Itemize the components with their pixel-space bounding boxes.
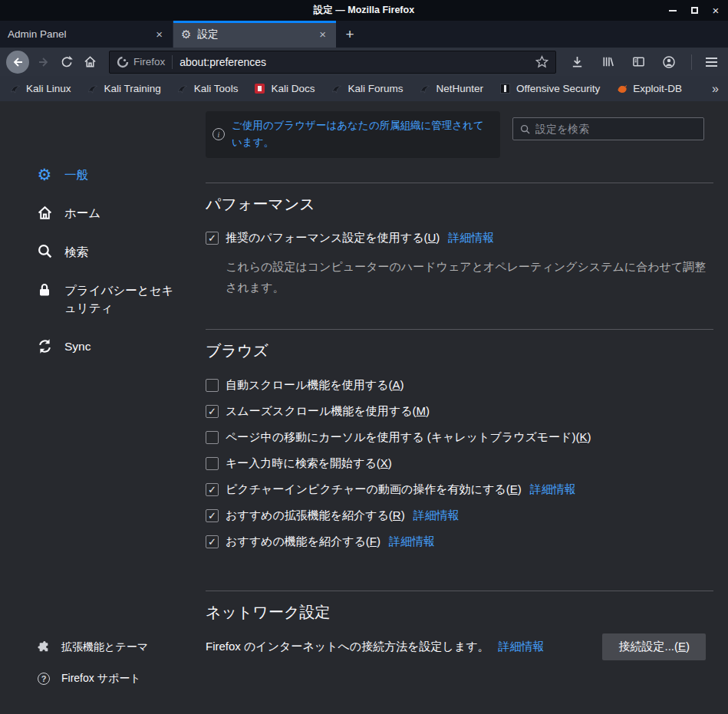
sidebar-footer: 拡張機能とテーマ ? Firefox サポート — [0, 634, 196, 697]
info-icon: i — [212, 128, 225, 140]
picture-in-picture-learn-more-link[interactable]: 詳細情報 — [530, 482, 576, 497]
performance-learn-more-link[interactable]: 詳細情報 — [448, 231, 494, 245]
browsing-heading: ブラウズ — [206, 340, 713, 361]
section-separator — [206, 591, 713, 591]
library-button[interactable] — [596, 51, 619, 74]
forward-button[interactable] — [32, 51, 55, 74]
caret-browsing-checkbox[interactable] — [206, 431, 219, 444]
sidebar-toggle-button[interactable] — [627, 51, 650, 74]
sidebar-item-search[interactable]: 検索 — [0, 238, 196, 267]
sidebar-item-extensions-themes[interactable]: 拡張機能とテーマ — [0, 634, 196, 660]
sidebar-item-general[interactable]: ⚙ 一般 — [0, 160, 196, 189]
bookmark-offensive-security[interactable]: Offensive Security — [499, 83, 600, 94]
caret-browsing-row: ページ中の移動にカーソルを使用する (キャレットブラウズモード)(K) — [206, 424, 713, 450]
bookmark-exploit-db[interactable]: Exploit-DB — [616, 83, 682, 94]
bookmark-kali-tools[interactable]: Kali Tools — [177, 83, 239, 94]
preferences-page: ⚙ 一般 ホーム 検索 プライバシーとセキュリティ Sync — [0, 101, 728, 714]
reload-icon — [61, 55, 74, 68]
tab-label: 設定 — [197, 28, 218, 41]
lock-icon — [36, 281, 53, 298]
site-identity[interactable]: Firefox — [117, 56, 165, 68]
downloads-button[interactable] — [565, 51, 588, 74]
autoscroll-label[interactable]: 自動スクロール機能を使用する(A) — [226, 378, 404, 393]
top-row: i ご使用のブラウザーはあなたの所属組織に管理されています。 — [206, 111, 713, 158]
kali-dragon-icon — [331, 83, 342, 94]
bookmark-kali-linux[interactable]: Kali Linux — [9, 83, 71, 94]
kali-dragon-icon — [177, 83, 189, 94]
close-tab-icon[interactable]: × — [317, 28, 328, 41]
sidebar-item-sync[interactable]: Sync — [0, 332, 196, 361]
maximize-icon[interactable] — [690, 6, 699, 15]
bookmarks-overflow-chevron-icon[interactable]: » — [712, 82, 719, 96]
managed-browser-text: ご使用のブラウザーはあなたの所属組織に管理されています。 — [232, 117, 491, 152]
picture-in-picture-label[interactable]: ピクチャーインピクチャーの動画の操作を有効にする(E) — [226, 482, 522, 497]
preferences-sidebar: ⚙ 一般 ホーム 検索 プライバシーとセキュリティ Sync — [0, 101, 196, 714]
autoscroll-row: 自動スクロール機能を使用する(A) — [206, 372, 713, 398]
home-button[interactable] — [78, 51, 101, 74]
section-separator — [206, 183, 713, 183]
recommend-extensions-label[interactable]: おすすめの拡張機能を紹介する(R) — [226, 508, 405, 523]
forward-arrow-icon — [38, 56, 50, 68]
toolbar-right — [565, 51, 722, 74]
tab-admin-panel[interactable]: Admin Panel × — [0, 21, 173, 48]
kali-dragon-icon — [419, 83, 430, 94]
tab-label: Admin Panel — [8, 28, 67, 40]
network-settings-row: Firefox のインターネットへの接続方法を設定します。 詳細情報 接続設定.… — [206, 633, 713, 660]
bookmark-kali-training[interactable]: Kali Training — [87, 83, 161, 94]
recommend-extensions-checkbox[interactable]: ✓ — [206, 509, 219, 522]
recommend-features-checkbox[interactable]: ✓ — [206, 535, 219, 548]
connection-settings-button[interactable]: 接続設定...(E) — [602, 633, 706, 660]
firefox-logo-icon — [117, 56, 129, 68]
bookmark-star-icon[interactable] — [535, 55, 548, 68]
close-window-icon[interactable]: × — [711, 6, 720, 15]
window-titlebar: 設定 — Mozilla Firefox × — [0, 0, 728, 21]
close-tab-icon[interactable]: × — [153, 28, 165, 41]
bookmark-kali-docs[interactable]: Kali Docs — [254, 83, 315, 94]
reload-button[interactable] — [55, 51, 78, 74]
window-title: 設定 — Mozilla Firefox — [314, 4, 414, 17]
minimize-icon[interactable] — [668, 6, 677, 15]
url-text[interactable]: about:preferences — [180, 56, 266, 68]
menu-button[interactable] — [703, 54, 720, 70]
sidebar-item-firefox-support[interactable]: ? Firefox サポート — [0, 666, 196, 692]
kali-dragon-icon — [9, 83, 21, 94]
search-icon — [36, 243, 53, 260]
home-icon — [84, 55, 97, 68]
smooth-scroll-row: ✓ スムーズスクロール機能を使用する(M) — [206, 398, 713, 424]
sync-icon — [36, 337, 53, 354]
settings-search-box[interactable] — [512, 117, 704, 140]
sidebar-item-privacy-security[interactable]: プライバシーとセキュリティ — [0, 276, 196, 323]
caret-browsing-label[interactable]: ページ中の移動にカーソルを使用する (キャレットブラウズモード)(K) — [226, 430, 591, 445]
exploit-db-icon — [616, 83, 628, 94]
puzzle-icon — [38, 641, 50, 653]
search-on-type-checkbox[interactable] — [206, 457, 219, 470]
gear-icon: ⚙ — [36, 166, 53, 183]
recommended-performance-checkbox[interactable]: ✓ — [206, 232, 219, 245]
new-tab-button[interactable]: + — [336, 21, 364, 48]
network-learn-more-link[interactable]: 詳細情報 — [499, 640, 545, 654]
back-button[interactable] — [6, 51, 29, 74]
tab-bar: Admin Panel × ⚙ 設定 × + — [0, 21, 728, 48]
site-identity-label: Firefox — [133, 56, 165, 67]
smooth-scroll-label[interactable]: スムーズスクロール機能を使用する(M) — [226, 404, 430, 419]
recommend-features-learn-more-link[interactable]: 詳細情報 — [389, 535, 435, 549]
search-on-type-label[interactable]: キー入力時に検索を開始する(X) — [226, 456, 392, 471]
picture-in-picture-checkbox[interactable]: ✓ — [206, 483, 219, 496]
smooth-scroll-checkbox[interactable]: ✓ — [206, 405, 219, 418]
sidebar-item-home[interactable]: ホーム — [0, 199, 196, 228]
recommend-features-label[interactable]: おすすめの機能を紹介する(F) — [226, 535, 380, 549]
tab-settings[interactable]: ⚙ 設定 × — [173, 21, 336, 48]
bookmark-kali-forums[interactable]: Kali Forums — [331, 83, 403, 94]
settings-search-input[interactable] — [535, 123, 697, 135]
recommend-features-row: ✓ おすすめの機能を紹介する(F) 詳細情報 — [206, 528, 713, 554]
recommend-extensions-learn-more-link[interactable]: 詳細情報 — [413, 508, 460, 523]
navigation-toolbar: Firefox about:preferences — [0, 48, 728, 76]
recommended-performance-label[interactable]: 推奨のパフォーマンス設定を使用する(U) — [226, 231, 440, 245]
account-button[interactable] — [657, 51, 680, 74]
url-bar[interactable]: Firefox about:preferences — [109, 51, 556, 74]
bookmarks-toolbar: Kali Linux Kali Training Kali Tools Kali… — [0, 76, 728, 101]
picture-in-picture-row: ✓ ピクチャーインピクチャーの動画の操作を有効にする(E) 詳細情報 — [206, 476, 713, 502]
toolbar-separator — [691, 54, 692, 70]
bookmark-nethunter[interactable]: NetHunter — [419, 83, 483, 94]
autoscroll-checkbox[interactable] — [206, 379, 219, 392]
